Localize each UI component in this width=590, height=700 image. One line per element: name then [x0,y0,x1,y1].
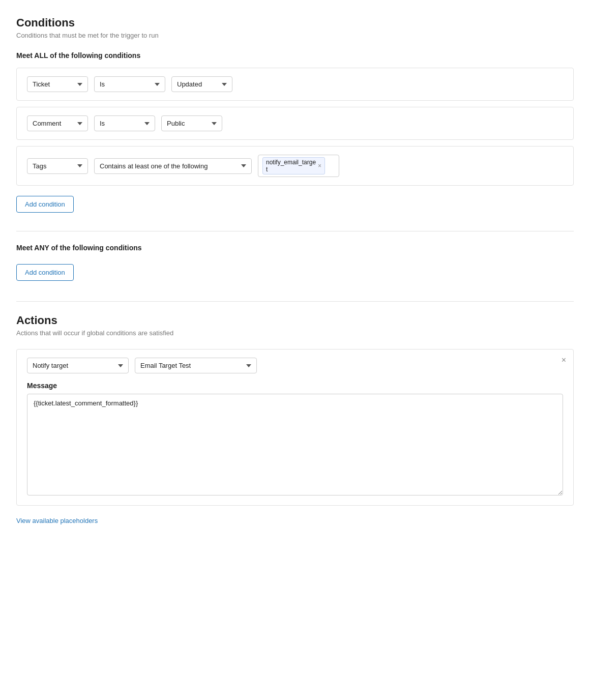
condition-row-3: Ticket Comment Tags Contains at least on… [16,146,574,186]
message-label: Message [27,382,563,390]
tag-chip-label: notify_email_target [266,159,316,173]
conditions-section: Conditions Conditions that must be met f… [16,16,574,285]
conditions-divider [16,231,574,231]
condition-3-tag-input[interactable]: notify_email_target × [258,155,339,177]
view-placeholders-link[interactable]: View available placeholders [16,517,98,524]
meet-any-label: Meet ANY of the following conditions [16,244,574,252]
add-condition-all-label: Add condition [25,200,65,208]
meet-all-section: Meet ALL of the following conditions Tic… [16,51,574,217]
add-condition-all-button[interactable]: Add condition [16,196,74,213]
message-textarea[interactable]: {{ticket.latest_comment_formatted}} [27,394,563,495]
condition-row-2: Ticket Comment Tags Is Is not Public Pri… [16,107,574,140]
actions-section: Actions Actions that will occur if globa… [16,314,574,524]
add-condition-any-button[interactable]: Add condition [16,264,74,281]
action-block-1: × Notify target Add tags Remove tags Set… [16,349,574,506]
condition-2-field-select[interactable]: Ticket Comment Tags [27,115,88,131]
conditions-subtitle: Conditions that must be met for the trig… [16,32,574,39]
actions-subtitle: Actions that will occur if global condit… [16,329,574,337]
section-divider [16,301,574,302]
condition-1-field-select[interactable]: Ticket Comment Tags [27,76,88,92]
condition-3-operator-select[interactable]: Contains at least one of the following C… [94,158,252,174]
tag-chip-notify-email-target: notify_email_target × [262,157,325,174]
conditions-title: Conditions [16,16,574,30]
add-condition-any-label: Add condition [25,269,65,276]
tag-chip-close-icon[interactable]: × [318,163,321,169]
condition-3-field-select[interactable]: Ticket Comment Tags [27,158,88,174]
condition-2-value-select[interactable]: Public Private [161,115,222,131]
action-top-row: Notify target Add tags Remove tags Set s… [27,358,563,373]
meet-any-section: Meet ANY of the following conditions Add… [16,244,574,285]
condition-1-value-select[interactable]: Updated Created Deleted [171,76,232,92]
condition-2-operator-select[interactable]: Is Is not [94,115,155,131]
condition-1-operator-select[interactable]: Is Is not Contains Does not contain [94,76,165,92]
action-close-button[interactable]: × [562,356,566,365]
actions-title: Actions [16,314,574,327]
action-target-select[interactable]: Email Target Test Another Target [135,358,257,373]
condition-row-1: Ticket Comment Tags Is Is not Contains D… [16,68,574,101]
meet-all-label: Meet ALL of the following conditions [16,51,574,60]
action-type-select[interactable]: Notify target Add tags Remove tags Set s… [27,358,129,373]
